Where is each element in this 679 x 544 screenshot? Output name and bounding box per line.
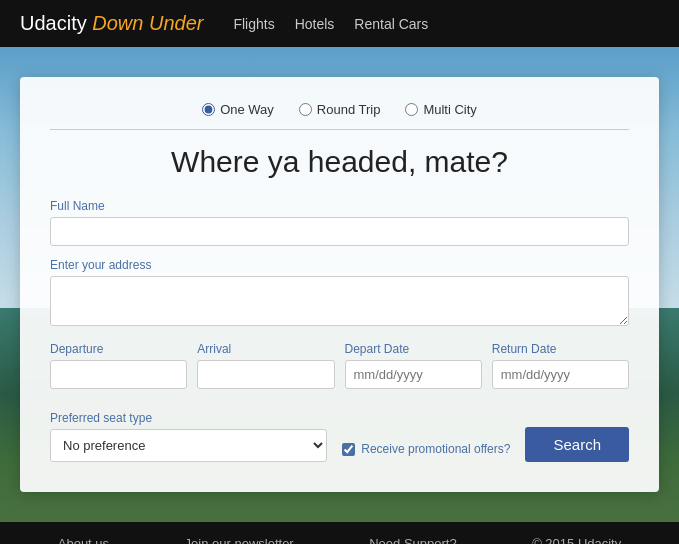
- address-input[interactable]: [50, 276, 629, 326]
- seat-type-label: Preferred seat type: [50, 411, 327, 425]
- departure-input[interactable]: [50, 360, 187, 389]
- brand-logo: Udacity Down Under: [20, 12, 203, 35]
- full-name-label: Full Name: [50, 199, 629, 213]
- trip-type-multi-city[interactable]: Multi City: [405, 102, 476, 117]
- radio-round-trip[interactable]: [299, 103, 312, 116]
- depart-date-input[interactable]: [345, 360, 482, 389]
- nav-rental-cars[interactable]: Rental Cars: [354, 16, 428, 32]
- seat-type-select[interactable]: No preference Window Aisle Middle: [50, 429, 327, 462]
- brand-italic: Down Under: [92, 12, 203, 34]
- radio-one-way[interactable]: [202, 103, 215, 116]
- trip-type-one-way[interactable]: One Way: [202, 102, 274, 117]
- full-name-field-group: Full Name: [50, 199, 629, 246]
- depart-date-label: Depart Date: [345, 342, 482, 356]
- full-name-input[interactable]: [50, 217, 629, 246]
- promo-checkbox[interactable]: [342, 443, 355, 456]
- address-field-group: Enter your address: [50, 258, 629, 330]
- booking-form-card: One Way Round Trip Multi City Where ya h…: [20, 77, 659, 492]
- seat-type-group: Preferred seat type No preference Window…: [50, 411, 327, 462]
- form-headline: Where ya headed, mate?: [50, 145, 629, 179]
- footer-about[interactable]: About us: [58, 536, 109, 544]
- trip-type-round-trip[interactable]: Round Trip: [299, 102, 381, 117]
- promo-label-text: Receive promotional offers?: [361, 442, 510, 456]
- return-date-input[interactable]: [492, 360, 629, 389]
- footer-newsletter[interactable]: Join our newsletter: [185, 536, 294, 544]
- brand-plain: Udacity: [20, 12, 87, 34]
- arrival-input[interactable]: [197, 360, 334, 389]
- arrival-label: Arrival: [197, 342, 334, 356]
- main-background: One Way Round Trip Multi City Where ya h…: [0, 47, 679, 522]
- footer-support[interactable]: Need Support?: [369, 536, 456, 544]
- site-header: Udacity Down Under Flights Hotels Rental…: [0, 0, 679, 47]
- address-label: Enter your address: [50, 258, 629, 272]
- arrival-field-group: Arrival: [197, 342, 334, 389]
- travel-fields-row: Departure Arrival Depart Date Return Dat…: [50, 342, 629, 401]
- depart-date-field-group: Depart Date: [345, 342, 482, 389]
- departure-field-group: Departure: [50, 342, 187, 389]
- return-date-field-group: Return Date: [492, 342, 629, 389]
- nav-hotels[interactable]: Hotels: [295, 16, 335, 32]
- return-date-label: Return Date: [492, 342, 629, 356]
- nav-flights[interactable]: Flights: [233, 16, 274, 32]
- footer-copyright: © 2015 Udacity: [532, 536, 621, 544]
- search-button[interactable]: Search: [525, 427, 629, 462]
- radio-multi-city[interactable]: [405, 103, 418, 116]
- site-footer: About us Join our newsletter Need Suppor…: [0, 522, 679, 544]
- departure-label: Departure: [50, 342, 187, 356]
- main-nav: Flights Hotels Rental Cars: [233, 16, 428, 32]
- promo-checkbox-label[interactable]: Receive promotional offers?: [342, 442, 510, 462]
- bottom-row: Preferred seat type No preference Window…: [50, 411, 629, 462]
- trip-type-row: One Way Round Trip Multi City: [50, 102, 629, 130]
